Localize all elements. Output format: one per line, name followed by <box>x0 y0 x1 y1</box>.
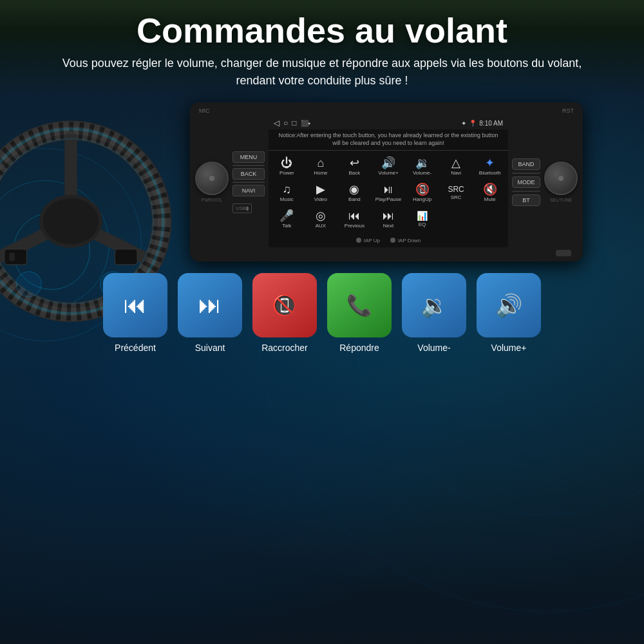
hangup-icon: 📵 <box>272 293 298 317</box>
previous-icon-box[interactable]: ⏮ <box>103 273 167 337</box>
volume-minus-btn[interactable]: 🔉 Volume- <box>405 153 439 180</box>
previous-icon: ⏮ <box>124 292 147 319</box>
next-btn[interactable]: ⏭ Next <box>372 206 406 232</box>
music-btn[interactable]: ♫ Music <box>270 180 304 206</box>
src-btn[interactable]: SRC SRC <box>439 180 473 206</box>
answer-label: Répondre <box>339 343 379 353</box>
previous-icon-item: ⏮ Précédent <box>103 273 167 353</box>
notice-bar: Notice:After entering the touch button, … <box>269 129 508 150</box>
video-btn[interactable]: ▶ Video <box>304 180 338 206</box>
answer-icon: 📞 <box>346 293 372 317</box>
play-pause-btn[interactable]: ⏯ Play/Pause <box>372 180 406 206</box>
back-btn[interactable]: BACK <box>232 168 265 180</box>
status-icons: ✦ 📍 8:10 AM <box>461 120 503 127</box>
iap-up: IAP Up <box>356 238 380 243</box>
answer-icon-box[interactable]: 📞 <box>327 273 392 337</box>
status-bar: ◁ ○ □ ⬛▪ ✦ 📍 8:10 AM <box>269 117 508 129</box>
vol-plus-icon-box[interactable]: 🔊 <box>477 273 541 337</box>
main-content: MIC RST PWR/VOL MENU BACK <box>0 96 644 261</box>
nav-icons: ◁ ○ □ ⬛▪ <box>274 118 310 128</box>
rst-label: RST <box>562 108 574 114</box>
iap-bar: IAP Up IAP Down <box>269 235 508 247</box>
iap-down: IAP Down <box>390 238 421 243</box>
small-btn[interactable] <box>556 250 571 256</box>
navi-btn[interactable]: NAVI <box>232 185 265 196</box>
answer-icon-item: 📞 Répondre <box>327 273 392 353</box>
navi-screen-btn[interactable]: △ Navi <box>439 153 473 180</box>
bottom-icons-section: ⏮ Précédent ⏭ Suivant 📵 Raccrocher 📞 Rép… <box>0 261 644 366</box>
function-grid: ⏻ Power ⌂ Home ↩ Back 🔊 <box>269 151 508 235</box>
vol-plus-icon-item: 🔊 Volume+ <box>477 273 541 353</box>
next-label: Suivant <box>195 343 225 353</box>
band-side-btn[interactable]: BAND <box>512 158 540 170</box>
pwr-label: PWR/VOL <box>202 198 222 202</box>
left-controls: MENU BACK NAVI USB▮ <box>232 146 265 218</box>
power-btn[interactable]: ⏻ Power <box>270 153 304 180</box>
hangup-btn[interactable]: 📵 HangUp <box>405 180 439 206</box>
volume-plus-btn[interactable]: 🔊 Volume+ <box>372 153 406 180</box>
sel-tune-knob[interactable] <box>544 162 578 195</box>
page-subtitle: Vous pouvez régler le volume, changer de… <box>13 55 631 90</box>
aux-btn[interactable]: ◎ AUX <box>304 206 338 232</box>
previous-btn[interactable]: ⏮ Previous <box>337 206 372 232</box>
previous-label: Précédent <box>115 343 156 353</box>
mic-label: MIC <box>199 108 210 114</box>
hangup-icon-box[interactable]: 📵 <box>252 273 317 337</box>
hangup-label: Raccrocher <box>261 343 308 353</box>
vol-minus-icon: 🔉 <box>421 292 448 318</box>
home-btn[interactable]: ⌂ Home <box>304 153 338 180</box>
mode-side-btn[interactable]: MODE <box>512 176 540 188</box>
mute-btn[interactable]: 🔇 Mute <box>473 180 507 206</box>
empty-btn-2 <box>473 206 507 232</box>
band-btn[interactable]: ◉ Band <box>337 180 372 206</box>
page-title: Commandes au volant <box>13 12 631 50</box>
vol-minus-label: Volume- <box>417 343 450 353</box>
vol-minus-icon-item: 🔉 Volume- <box>402 273 466 353</box>
next-icon-box[interactable]: ⏭ <box>178 273 242 337</box>
usb-label: USB▮ <box>232 204 252 213</box>
bt-side-btn[interactable]: BT <box>512 194 540 206</box>
vol-minus-icon-box[interactable]: 🔉 <box>402 273 466 337</box>
vol-plus-label: Volume+ <box>491 343 527 353</box>
sel-label: SEL/TUNE <box>550 198 572 202</box>
back-screen-btn[interactable]: ↩ Back <box>337 153 372 180</box>
empty-btn-1 <box>439 206 473 232</box>
radio-body: MIC RST PWR/VOL MENU BACK <box>190 102 583 261</box>
talk-btn[interactable]: 🎤 Talk <box>270 206 304 232</box>
next-icon: ⏭ <box>198 292 222 319</box>
bluetooth-btn[interactable]: ✦ Bluetooth <box>473 153 507 180</box>
eq-btn[interactable]: 📊 EQ <box>405 206 439 232</box>
right-side-controls: BAND MODE BT <box>512 158 540 206</box>
vol-plus-icon: 🔊 <box>495 292 522 318</box>
next-icon-item: ⏭ Suivant <box>178 273 242 353</box>
header: Commandes au volant Vous pouvez régler l… <box>0 0 644 96</box>
hangup-icon-item: 📵 Raccrocher <box>252 273 317 353</box>
menu-btn[interactable]: MENU <box>232 151 265 163</box>
screen: ◁ ○ □ ⬛▪ ✦ 📍 8:10 AM Notice:After enteri… <box>269 117 508 247</box>
radio-unit: MIC RST PWR/VOL MENU BACK <box>190 102 583 261</box>
pwr-vol-knob[interactable] <box>195 162 229 195</box>
time-display: 8:10 AM <box>479 120 503 127</box>
